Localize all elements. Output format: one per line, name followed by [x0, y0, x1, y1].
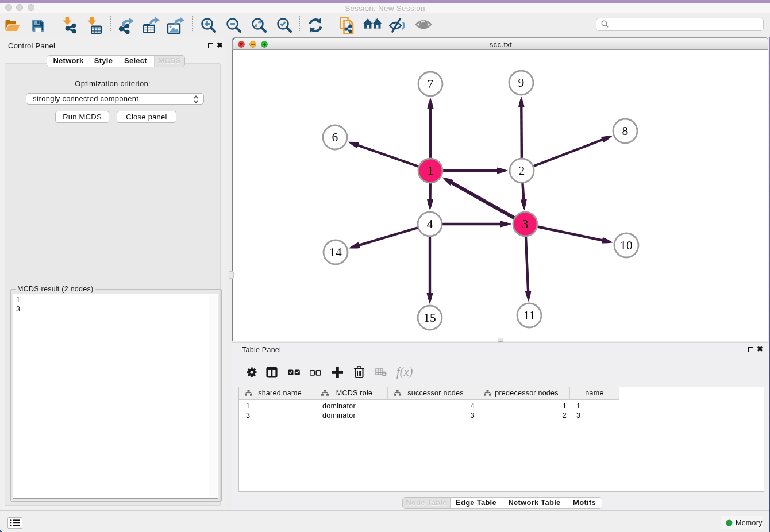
svg-text:6: 6: [332, 130, 338, 144]
svg-text:4: 4: [427, 217, 433, 231]
svg-text:14: 14: [329, 245, 342, 259]
svg-text:3: 3: [522, 217, 529, 231]
svg-text:11: 11: [523, 309, 535, 322]
svg-text:9: 9: [518, 76, 525, 90]
svg-text:1: 1: [428, 164, 434, 178]
svg-text:15: 15: [424, 311, 436, 325]
svg-text:10: 10: [620, 238, 633, 252]
svg-text:7: 7: [428, 77, 434, 91]
svg-text:8: 8: [622, 124, 629, 138]
svg-text:2: 2: [519, 164, 525, 178]
